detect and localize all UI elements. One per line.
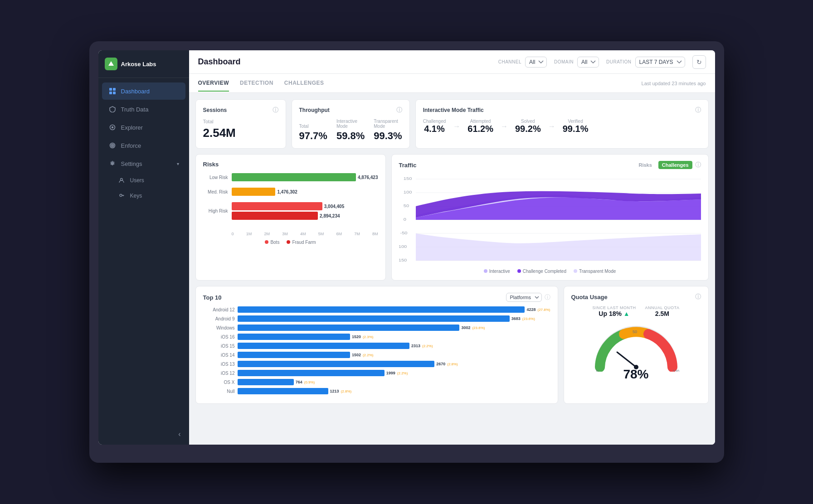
target-icon (108, 141, 117, 150)
dashboard-content: Sessions ⓘ Total 2.54M Throughput ⓘ (189, 93, 715, 445)
svg-point-8 (112, 145, 113, 146)
gauge-container: 0 50 100 78% (571, 322, 701, 382)
channel-select[interactable]: All (525, 57, 547, 68)
duration-select[interactable]: LAST 7 DAYS (635, 57, 685, 68)
list-item: iOS 12 1999 (2.2%) (203, 370, 550, 376)
sessions-card-title: Sessions ⓘ (203, 106, 278, 114)
bots-dot (265, 240, 268, 244)
throughput-info-icon[interactable]: ⓘ (396, 106, 402, 114)
bar-wrap: 1999 (2.2%) (238, 370, 550, 376)
settings-expand-icon: ▾ (177, 161, 179, 166)
quota-info-icon[interactable]: ⓘ (695, 293, 701, 301)
challenges-btn[interactable]: Challenges (658, 161, 692, 169)
svg-rect-3 (113, 92, 116, 94)
med-risk-label: Med. Risk (203, 189, 228, 194)
domain-select[interactable]: All (577, 57, 599, 68)
sidebar-item-settings[interactable]: Settings ▾ (102, 155, 185, 172)
collapse-icon[interactable]: ‹ (175, 428, 184, 440)
bar-pct: (2.3%) (363, 335, 374, 339)
transparent-legend: Transparent Mode (574, 269, 616, 274)
logo-icon (105, 58, 117, 70)
bar-value: 3683 (511, 316, 521, 321)
risks-card: Risks Low Risk 4,876,423 (195, 154, 386, 281)
traffic-info-icon[interactable]: ⓘ (695, 161, 701, 169)
list-item: Android 12 4228 (27.8%) (203, 306, 550, 313)
high-risk-value1: 3,004,405 (324, 204, 345, 209)
risks-btn[interactable]: Risks (635, 161, 655, 169)
sidebar-collapse[interactable]: ‹ (98, 424, 189, 445)
bar-pct: (23.6%) (522, 317, 535, 321)
enforce-label: Enforce (121, 142, 141, 149)
risk-row-med: Med. Risk 1,476,302 (203, 188, 378, 196)
list-item: iOS 16 1520 (2.3%) (203, 334, 550, 340)
metrics-row: Sessions ⓘ Total 2.54M Throughput ⓘ (195, 99, 709, 149)
header: Dashboard CHANNEL All DOMAIN All DURATIO… (189, 50, 715, 74)
high-risk-bar2 (232, 212, 318, 220)
bar-fill (238, 379, 294, 385)
bar-value: 3002 (461, 325, 470, 330)
sidebar-item-dashboard[interactable]: Dashboard (102, 82, 185, 100)
throughput-transparent-label: Transparent Mode (374, 119, 402, 129)
bar-value: 2313 (411, 344, 420, 348)
bar-wrap: 1213 (2.8%) (238, 388, 550, 394)
bar-pct: (23.6%) (472, 326, 485, 330)
im-attempted: Attempted 61.2% (467, 119, 493, 134)
risk-row-low: Low Risk 4,876,423 (203, 173, 378, 181)
bar-wrap: 1520 (2.3%) (238, 334, 550, 340)
bar-value: 764 (296, 380, 302, 384)
refresh-button[interactable]: ↻ (692, 55, 706, 69)
low-risk-bar-wrap: 4,876,423 (232, 173, 378, 181)
im-challenged-value: 4.1% (423, 124, 446, 134)
sidebar-item-truth-data[interactable]: Truth Data (102, 101, 185, 118)
im-challenged: Challenged 4.1% (423, 119, 446, 134)
svg-text:-150: -150 (399, 258, 407, 262)
bar-label: Null (203, 389, 235, 394)
sidebar-item-explorer[interactable]: Explorer (102, 119, 185, 136)
svg-text:150: 150 (403, 176, 412, 181)
top10-card: Top 10 Platforms ⓘ Android 12 (195, 286, 558, 404)
gauge-max-label: 100 (672, 369, 679, 372)
channel-filter-label: CHANNEL (498, 59, 521, 64)
arrow-icon-3: → (548, 122, 555, 131)
high-risk-bar1-wrap: 3,004,405 (232, 202, 378, 210)
sidebar-item-enforce[interactable]: Enforce (102, 137, 185, 154)
im-solved: Solved 99.2% (515, 119, 541, 134)
platforms-select[interactable]: Platforms (506, 293, 542, 302)
key-icon (117, 192, 126, 200)
bar-fill (238, 370, 385, 376)
grid-icon (108, 87, 117, 95)
sidebar-item-users[interactable]: Users (111, 173, 185, 188)
dashboard-label: Dashboard (121, 88, 150, 95)
bar-fill (238, 352, 350, 358)
list-item: iOS 14 1502 (2.2%) (203, 352, 550, 358)
throughput-total-label: Total (299, 124, 327, 129)
channel-filter-group: CHANNEL All (498, 57, 547, 68)
quota-card: Quota Usage ⓘ SINCE LAST MONTH Up 18% ▲ … (564, 286, 709, 404)
traffic-title: Traffic Risks Challenges ⓘ (399, 161, 701, 169)
gauge-svg: 0 50 100 (591, 322, 682, 372)
throughput-interactive: Interactive Mode 59.8% (336, 119, 365, 142)
settings-label: Settings (121, 160, 142, 167)
bar-label: iOS 14 (203, 353, 235, 358)
sidebar-item-keys[interactable]: Keys (111, 189, 185, 203)
bar-pct: (27.8%) (537, 308, 550, 312)
sessions-info-icon[interactable]: ⓘ (273, 106, 278, 114)
svg-line-25 (617, 352, 636, 367)
laptop-frame: Arkose Labs Dashboard Truth Data (89, 41, 724, 463)
bar-fill (238, 325, 460, 331)
top10-info-icon[interactable]: ⓘ (545, 293, 550, 301)
high-risk-bars: 3,004,405 2,894,234 (232, 202, 378, 220)
user-icon (117, 176, 126, 184)
transparent-area (416, 233, 701, 261)
im-info-icon[interactable]: ⓘ (695, 106, 701, 114)
im-verified-label: Verified (563, 119, 589, 124)
quota-since-month: SINCE LAST MONTH Up 18% ▲ (593, 305, 636, 317)
bar-fill (238, 306, 525, 313)
list-item: iOS 15 2313 (2.2%) (203, 343, 550, 349)
domain-filter-group: DOMAIN All (554, 57, 599, 68)
bar-pct: (2.2%) (422, 344, 433, 348)
tab-overview[interactable]: OVERVIEW (198, 75, 229, 92)
bar-wrap: 2313 (2.2%) (238, 343, 550, 349)
tab-challenges[interactable]: CHALLENGES (284, 75, 324, 92)
tab-detection[interactable]: DETECTION (240, 75, 273, 92)
